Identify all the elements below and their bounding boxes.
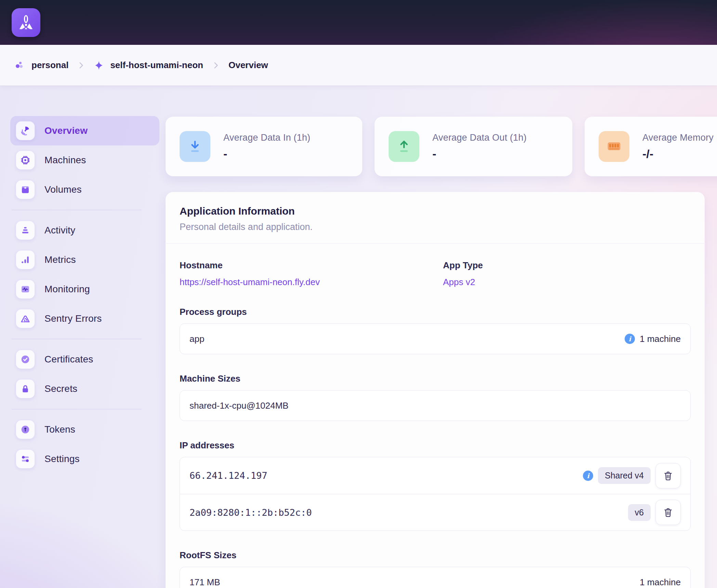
- sidebar-label-volumes: Volumes: [44, 184, 82, 195]
- sidebar-item-monitoring[interactable]: Monitoring: [10, 274, 159, 304]
- delete-ip-button[interactable]: [655, 463, 681, 488]
- sidebar-label-secrets: Secrets: [44, 383, 77, 394]
- application-information-header: Application Information Personal details…: [166, 192, 704, 243]
- sidebar-item-overview[interactable]: Overview: [10, 116, 159, 145]
- org-dots-icon: [14, 60, 25, 71]
- bar-chart-icon: [16, 250, 35, 269]
- sidebar-label-certificates: Certificates: [44, 354, 93, 365]
- breadcrumb-app-label: self-host-umami-neon: [110, 60, 203, 71]
- app-type-field: App Type Apps v2: [443, 260, 691, 287]
- stat-card-data-in: Average Data In (1h) -: [166, 117, 362, 176]
- sidebar-item-sentry-errors[interactable]: Sentry Errors: [10, 304, 159, 333]
- sidebar-label-monitoring: Monitoring: [44, 284, 90, 295]
- breadcrumb-org-label: personal: [31, 60, 68, 71]
- stat-label: Average Data In (1h): [223, 132, 310, 143]
- balloon-icon: [16, 13, 36, 33]
- stat-card-memory: Average Memory -/-: [585, 117, 717, 176]
- sidebar-divider: [12, 210, 142, 210]
- sidebar-label-tokens: Tokens: [44, 424, 75, 435]
- sidebar-label-activity: Activity: [44, 225, 75, 236]
- rootfs-machines: 1 machine: [640, 577, 681, 588]
- process-groups-label: Process groups: [180, 307, 691, 317]
- chevron-right-icon: [77, 61, 86, 70]
- trash-icon: [663, 507, 674, 518]
- breadcrumb-app[interactable]: self-host-umami-neon: [94, 60, 203, 71]
- stat-value: -/-: [642, 147, 714, 161]
- delete-ip-button[interactable]: [655, 500, 681, 525]
- process-group-machines: 1 machine: [640, 334, 681, 344]
- sidebar-item-tokens[interactable]: Tokens: [10, 415, 159, 444]
- app-sparkle-icon: [94, 60, 104, 71]
- sidebar-nav: Overview Machines Volumes: [10, 116, 159, 474]
- ip-badge-v6: v6: [628, 504, 651, 521]
- toggles-icon: [16, 449, 35, 469]
- top-bar: [0, 0, 717, 45]
- sidebar-label-overview: Overview: [44, 125, 88, 136]
- sidebar-label-machines: Machines: [44, 155, 86, 166]
- breadcrumb: personal self-host-umami-neon Overview: [0, 45, 717, 86]
- stat-label: Average Memory: [642, 132, 714, 143]
- sidebar-label-sentry-errors: Sentry Errors: [44, 313, 102, 324]
- sidebar-divider: [12, 339, 142, 339]
- overview-icon: [16, 121, 35, 140]
- machine-size-row: shared-1x-cpu@1024MB: [180, 390, 691, 421]
- ip-address-list: 66.241.124.197 i Shared v4 2a09:: [180, 457, 691, 531]
- sentry-logo-icon: [16, 309, 35, 328]
- info-icon[interactable]: i: [625, 334, 635, 344]
- ip-badge-shared-v4: Shared v4: [598, 467, 651, 484]
- pulse-monitor-icon: [16, 280, 35, 299]
- upload-icon: [389, 131, 419, 162]
- stat-value: -: [432, 147, 526, 161]
- stat-value: -: [223, 147, 310, 161]
- process-group-row: app i 1 machine: [180, 323, 691, 354]
- hostname-field: Hostname https://self-host-umami-neon.fl…: [180, 260, 443, 287]
- sidebar-item-activity[interactable]: Activity: [10, 216, 159, 245]
- stat-cards: Average Data In (1h) - Average Data Out …: [166, 117, 717, 176]
- hostname-label: Hostname: [180, 260, 443, 271]
- package-icon: [16, 180, 35, 199]
- keyhole-icon: [16, 420, 35, 439]
- stat-card-data-out: Average Data Out (1h) -: [375, 117, 572, 176]
- lock-icon: [16, 379, 35, 398]
- sidebar-item-machines[interactable]: Machines: [10, 145, 159, 175]
- breadcrumb-org[interactable]: personal: [14, 60, 68, 71]
- rootfs-size-value: 171 MB: [190, 577, 220, 588]
- sidebar-divider: [12, 409, 142, 409]
- application-information-card: Application Information Personal details…: [166, 192, 705, 588]
- badge-check-icon: [16, 350, 35, 369]
- hostname-link[interactable]: https://self-host-umami-neon.fly.dev: [180, 277, 320, 287]
- sidebar-label-settings: Settings: [44, 453, 80, 464]
- machine-size-value: shared-1x-cpu@1024MB: [190, 400, 288, 411]
- process-group-name: app: [190, 334, 204, 344]
- sidebar-item-settings[interactable]: Settings: [10, 444, 159, 474]
- trash-icon: [663, 470, 674, 481]
- breadcrumb-page[interactable]: Overview: [229, 60, 268, 71]
- activity-stack-icon: [16, 221, 35, 240]
- memory-icon: [599, 131, 629, 162]
- card-title: Application Information: [180, 205, 691, 217]
- rootfs-row: 171 MB 1 machine: [180, 567, 691, 588]
- ip-address-v4: 66.241.124.197: [190, 470, 268, 481]
- fly-logo[interactable]: [12, 8, 40, 37]
- sidebar-item-secrets[interactable]: Secrets: [10, 374, 159, 404]
- app-type-link[interactable]: Apps v2: [443, 277, 475, 287]
- app-type-label: App Type: [443, 260, 691, 271]
- rootfs-sizes-label: RootFS Sizes: [180, 550, 691, 561]
- stat-label: Average Data Out (1h): [432, 132, 526, 143]
- breadcrumb-page-label: Overview: [229, 60, 268, 71]
- chevron-right-icon: [211, 61, 220, 70]
- sidebar-item-metrics[interactable]: Metrics: [10, 245, 159, 274]
- sidebar-item-certificates[interactable]: Certificates: [10, 345, 159, 374]
- card-subtitle: Personal details and application.: [180, 222, 691, 232]
- machine-sizes-label: Machine Sizes: [180, 373, 691, 384]
- sidebar-label-metrics: Metrics: [44, 254, 76, 265]
- ip-row-v6: 2a09:8280:1::2b:b52c:0 v6: [180, 494, 690, 531]
- download-icon: [180, 131, 210, 162]
- cpu-chip-icon: [16, 151, 35, 170]
- ip-address-v6: 2a09:8280:1::2b:b52c:0: [190, 507, 312, 518]
- sidebar-item-volumes[interactable]: Volumes: [10, 175, 159, 204]
- info-icon[interactable]: i: [583, 471, 593, 481]
- ip-row-v4: 66.241.124.197 i Shared v4: [180, 457, 690, 494]
- ip-addresses-label: IP addresses: [180, 440, 691, 451]
